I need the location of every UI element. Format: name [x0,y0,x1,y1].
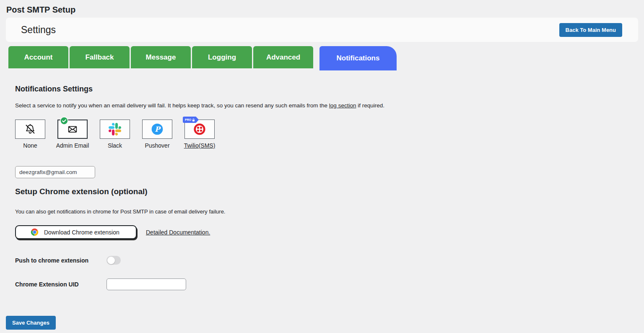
service-slack[interactable]: Slack [100,120,130,149]
service-admin-email-label: Admin Email [56,142,89,149]
slack-icon [109,123,121,135]
bell-slash-icon [24,123,36,135]
settings-heading: Settings [21,24,56,36]
download-chrome-extension-button[interactable]: Download Chrome extension [15,225,137,239]
log-section-link[interactable]: log section [329,102,356,109]
save-row: Save Changes [6,316,644,330]
service-pushover[interactable]: P Pushover [142,120,172,149]
tab-account[interactable]: Account [8,46,68,68]
chrome-extension-uid-input[interactable] [106,278,186,290]
chrome-icon [30,228,39,237]
lock-icon [192,118,195,122]
save-changes-button[interactable]: Save Changes [6,316,56,330]
description-text: Select a service to notify you when an e… [15,102,329,109]
service-none-label: None [23,142,37,149]
page-title: Post SMTP Setup [0,0,644,15]
service-twilio-box[interactable]: PRO [184,120,215,139]
push-to-chrome-toggle[interactable] [106,256,121,265]
push-to-chrome-label: Push to chrome extension [15,257,106,264]
download-button-label: Download Chrome extension [44,229,119,236]
notifications-settings-description: Select a service to notify you when an e… [15,102,644,109]
chrome-extension-heading: Setup Chrome extension (optional) [15,187,644,196]
service-slack-box[interactable] [100,120,130,139]
envelope-icon [66,123,79,135]
notification-email-input[interactable] [15,166,95,178]
settings-tabs: Account Fallback Message Logging Advance… [8,46,644,70]
toggle-knob [107,257,115,264]
settings-header-card: Settings Back To Main Menu [6,18,638,42]
service-none-box[interactable] [15,120,45,139]
notifications-settings-heading: Notifications Settings [15,85,644,94]
chrome-extension-uid-label: Chrome Extension UID [15,281,106,288]
selected-check-icon [60,117,68,125]
chrome-extension-description: You can also get notifications in chrome… [15,208,644,215]
service-slack-label: Slack [108,142,122,149]
service-admin-email-box[interactable] [57,120,88,139]
pro-badge: PRO [183,117,199,123]
detailed-documentation-link[interactable]: Detailed Documentation. [146,229,210,236]
service-twilio-label[interactable]: Twilio(SMS) [184,142,216,149]
tab-logging[interactable]: Logging [192,46,252,68]
service-none[interactable]: None [15,120,45,149]
chrome-extension-uid-row: Chrome Extension UID [15,278,644,290]
service-pushover-label: Pushover [145,142,169,149]
pro-badge-label: PRO [185,118,191,121]
pushover-icon: P [151,122,164,136]
service-twilio[interactable]: PRO Twilio(SMS) [184,120,215,149]
back-to-main-menu-button[interactable]: Back To Main Menu [559,23,622,37]
service-admin-email[interactable]: Admin Email [57,120,88,149]
download-row: Download Chrome extension Detailed Docum… [15,225,644,239]
tab-fallback[interactable]: Fallback [70,46,130,68]
service-pushover-box[interactable]: P [142,120,172,139]
tab-notifications[interactable]: Notifications [319,46,397,70]
twilio-icon [192,122,207,136]
notification-services: None Admin Email [15,120,644,149]
tab-advanced[interactable]: Advanced [253,46,313,68]
tab-message[interactable]: Message [131,46,191,68]
notifications-settings-panel: Notifications Settings Select a service … [0,85,644,290]
push-to-chrome-row: Push to chrome extension [15,256,644,265]
description-text-end: if required. [356,102,384,109]
